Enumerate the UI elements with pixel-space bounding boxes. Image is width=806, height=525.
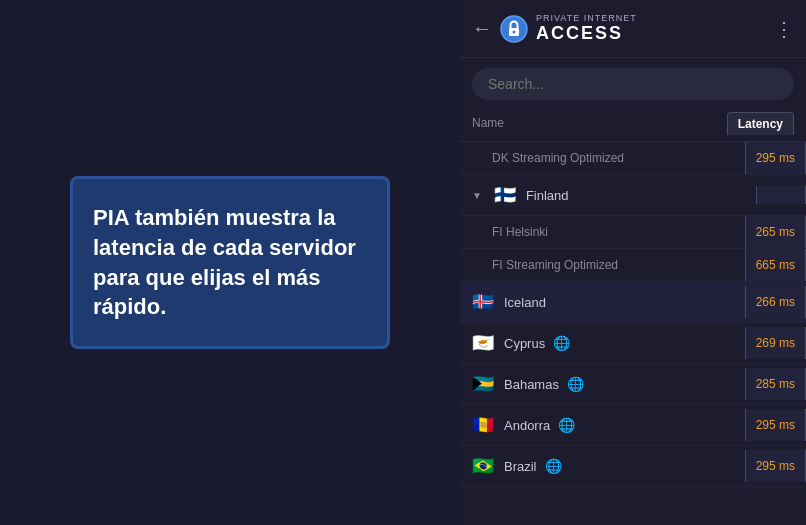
latency-value: 285 ms [745, 368, 806, 400]
menu-button[interactable]: ⋮ [774, 17, 794, 41]
latency-value: 295 ms [745, 450, 806, 482]
server-name-label: DK Streaming Optimized [472, 151, 624, 165]
search-input[interactable] [472, 68, 794, 100]
server-name-label: Iceland [504, 295, 546, 310]
latency-value: 269 ms [745, 327, 806, 359]
pia-app-panel: ← Private Internet ACCESS ⋮ Name Latency… [460, 0, 806, 525]
latency-value: 295 ms [745, 142, 806, 174]
server-row[interactable]: 🇧🇷Brazil🌐295 ms [460, 446, 806, 487]
flag-icon: 🇮🇸 [472, 291, 496, 313]
server-row-left: 🇧🇷Brazil🌐 [472, 455, 745, 477]
flag-icon: 🇨🇾 [472, 332, 496, 354]
annotation-text: PIA también muestra la latencia de cada … [93, 203, 367, 322]
search-container [460, 58, 806, 110]
server-row[interactable]: DK Streaming Optimized295 ms [460, 142, 806, 175]
globe-icon: 🌐 [558, 417, 575, 433]
server-row-left: ▼🇫🇮Finland [472, 184, 756, 206]
flag-icon: 🇧🇷 [472, 455, 496, 477]
server-row[interactable]: ▼🇫🇮Finland [460, 175, 806, 216]
server-name-label: Finland [526, 188, 569, 203]
server-row-left: DK Streaming Optimized [472, 151, 745, 165]
back-button[interactable]: ← [472, 17, 492, 40]
private-internet-label: Private Internet [536, 13, 637, 23]
server-name-label: Andorra [504, 418, 550, 433]
annotation-box: PIA también muestra la latencia de cada … [70, 176, 390, 349]
server-row-left: 🇧🇸Bahamas🌐 [472, 373, 745, 395]
access-label: ACCESS [536, 23, 623, 44]
globe-icon: 🌐 [545, 458, 562, 474]
server-name-label: Bahamas [504, 377, 559, 392]
flag-icon: 🇫🇮 [494, 184, 518, 206]
globe-icon: 🌐 [567, 376, 584, 392]
expand-arrow-icon: ▼ [472, 190, 482, 201]
server-name-label: FI Helsinki [472, 225, 548, 239]
pia-brand-text: Private Internet ACCESS [536, 13, 637, 44]
latency-value: 265 ms [745, 216, 806, 248]
server-row[interactable]: 🇧🇸Bahamas🌐285 ms [460, 364, 806, 405]
server-row-left: 🇮🇸Iceland [472, 291, 745, 313]
latency-value-empty [756, 186, 806, 204]
latency-value: 295 ms [745, 409, 806, 441]
col-name-header: Name [472, 116, 504, 135]
server-table: DK Streaming Optimized295 ms▼🇫🇮FinlandFI… [460, 142, 806, 525]
server-row[interactable]: 🇨🇾Cyprus🌐269 ms [460, 323, 806, 364]
server-row-left: 🇨🇾Cyprus🌐 [472, 332, 745, 354]
server-row-left: FI Helsinki [472, 225, 745, 239]
server-name-label: Cyprus [504, 336, 545, 351]
flag-icon: 🇧🇸 [472, 373, 496, 395]
server-row-left: FI Streaming Optimized [472, 258, 745, 272]
server-row[interactable]: FI Streaming Optimized665 ms [460, 249, 806, 282]
server-row[interactable]: 🇦🇩Andorra🌐295 ms [460, 405, 806, 446]
latency-value: 266 ms [745, 286, 806, 318]
col-latency-header: Latency [727, 112, 794, 135]
server-name-label: Brazil [504, 459, 537, 474]
app-header: ← Private Internet ACCESS ⋮ [460, 0, 806, 58]
annotation-panel: PIA también muestra la latencia de cada … [0, 0, 460, 525]
svg-point-2 [513, 30, 516, 33]
flag-icon: 🇦🇩 [472, 414, 496, 436]
globe-icon: 🌐 [553, 335, 570, 351]
server-row-left: 🇦🇩Andorra🌐 [472, 414, 745, 436]
server-row[interactable]: 🇮🇸Iceland266 ms [460, 282, 806, 323]
latency-value: 665 ms [745, 249, 806, 281]
server-name-label: FI Streaming Optimized [472, 258, 618, 272]
header-left: ← Private Internet ACCESS [472, 13, 637, 44]
pia-logo-icon [500, 15, 528, 43]
server-row[interactable]: FI Helsinki265 ms [460, 216, 806, 249]
table-header: Name Latency [460, 110, 806, 142]
